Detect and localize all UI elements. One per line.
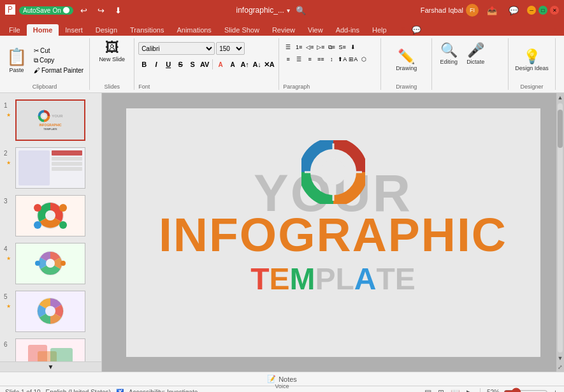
close-button[interactable]: ✕ <box>550 6 559 15</box>
customize-qat-button[interactable]: ⬇ <box>112 4 125 17</box>
align-center-button[interactable]: ☰ <box>294 54 304 64</box>
increase-indent-button[interactable]: ▷≡ <box>315 42 326 52</box>
drawing-group-title: Drawing <box>396 83 417 90</box>
drawing-button[interactable]: ✏️ Drawing <box>393 47 419 73</box>
slide-thumb-1[interactable]: 1 ★ YOUR <box>3 98 99 142</box>
cut-button[interactable]: ✂ Cut <box>32 47 85 55</box>
smart-art-button[interactable]: S≡ <box>337 42 347 52</box>
decrease-font-button[interactable]: A↓ <box>251 59 263 70</box>
new-slide-icon: 🖼 <box>105 40 119 56</box>
shadow-button[interactable]: S <box>187 59 198 70</box>
editing-button[interactable]: 🔍 Editing <box>436 41 461 67</box>
columns-button[interactable]: ⧉≡ <box>326 42 336 52</box>
tab-slideshow[interactable]: Slide Show <box>218 24 266 36</box>
undo-button[interactable]: ↩ <box>77 4 90 17</box>
copy-button[interactable]: ⧉ Copy <box>32 56 85 65</box>
notes-icon: 📝 <box>267 375 276 383</box>
highlight-button[interactable]: A <box>227 59 238 70</box>
username: Farshad Iqbal <box>421 6 463 14</box>
font-color-button[interactable]: A <box>215 59 226 70</box>
ribbon-collapse-icon[interactable]: ∧ <box>549 24 561 36</box>
design-ideas-button[interactable]: 💡 Design Ideas <box>512 47 551 73</box>
slide-img-3 <box>15 195 85 236</box>
align-left-button[interactable]: ≡ <box>283 54 293 64</box>
redo-button[interactable]: ↪ <box>94 4 108 17</box>
charspacing-button[interactable]: AV <box>199 59 210 70</box>
user-area: Farshad Iqbal FI <box>421 4 479 17</box>
vertical-scrollbar[interactable]: ▲ ▼ ⤢ <box>556 93 564 372</box>
zoom-level: 52% <box>487 389 500 392</box>
bullets-button[interactable]: ☰ <box>283 42 293 52</box>
zoom-in-button[interactable]: + <box>552 388 559 393</box>
clear-format-button[interactable]: ✕A <box>263 59 275 70</box>
slides-group-title: Slides <box>104 83 120 90</box>
tab-design[interactable]: Design <box>89 24 124 36</box>
ribbon-comments-icon[interactable]: 💬 <box>409 24 424 36</box>
para-more-button[interactable]: ⬇ <box>348 42 358 52</box>
slides-group: 🖼 New Slide Slides <box>90 38 134 90</box>
slide-sorter-button[interactable]: ⊞ <box>437 388 445 393</box>
paste-button[interactable]: 📋 Paste <box>4 46 29 75</box>
slide-thumb-3[interactable]: 3 ★ <box>3 194 99 238</box>
voice-group-title: Voice <box>275 383 289 389</box>
share-button[interactable]: 📤 <box>484 4 500 17</box>
svg-point-8 <box>46 259 55 268</box>
slide-thumb-4[interactable]: 4 ★ <box>3 242 99 286</box>
format-painter-button[interactable]: 🖌 Format Painter <box>32 66 85 75</box>
zoom-slider[interactable] <box>503 389 548 393</box>
bold-button[interactable]: B <box>138 59 150 70</box>
font-family-select[interactable]: Calibri <box>138 42 215 55</box>
accessibility-text[interactable]: Accessibility: Investigate <box>129 389 198 392</box>
line-spacing-button[interactable]: ↕ <box>326 54 336 64</box>
decrease-indent-button[interactable]: ◁≡ <box>305 42 315 52</box>
underline-button[interactable]: U <box>163 59 174 70</box>
comments-button[interactable]: 💬 <box>505 4 522 17</box>
slideshow-button[interactable]: ▶ <box>465 388 474 393</box>
tab-review[interactable]: Review <box>266 24 301 36</box>
justify-button[interactable]: ≡≡ <box>315 54 326 64</box>
slide-thumb-2[interactable]: 2 ★ <box>3 146 99 190</box>
canvas-area: YOUR <box>102 93 564 372</box>
text-box-button[interactable]: ⊞A <box>348 54 358 64</box>
star-icon-1: ★ <box>6 112 11 118</box>
tab-file[interactable]: File <box>3 24 27 36</box>
notes-label: Notes <box>278 375 297 383</box>
scroll-down-arrow[interactable]: ▼ <box>0 361 101 372</box>
scroll-up-button[interactable]: ▲ <box>556 93 564 102</box>
numbering-button[interactable]: 1≡ <box>294 42 304 52</box>
dictate-button[interactable]: 🎤 Dictate <box>463 41 488 67</box>
reading-view-button[interactable]: 📖 <box>449 388 461 393</box>
slide-panel-scroll[interactable]: 1 ★ YOUR <box>0 93 101 372</box>
tab-insert[interactable]: Insert <box>59 24 89 36</box>
tab-animations[interactable]: Animations <box>170 24 217 36</box>
italic-button[interactable]: I <box>150 59 162 70</box>
maximize-button[interactable]: □ <box>539 6 547 15</box>
autosave-toggle[interactable]: AutoSave On <box>19 6 73 15</box>
strikethrough-button[interactable]: S <box>175 59 186 70</box>
tab-home[interactable]: Home <box>27 24 59 36</box>
main-area: 1 ★ YOUR <box>0 93 564 372</box>
dropdown-arrow-icon[interactable]: ▾ <box>287 7 290 14</box>
increase-font-button[interactable]: A↑ <box>239 59 250 70</box>
align-right-button[interactable]: ≡ <box>305 54 315 64</box>
ribbon-share-icon[interactable]: ↗ <box>396 24 409 36</box>
designer-group-title: Designer <box>520 83 543 90</box>
tab-view[interactable]: View <box>301 24 329 36</box>
normal-view-button[interactable]: ▤ <box>423 388 433 393</box>
tab-help[interactable]: Help <box>366 24 393 36</box>
slide-img-2 <box>15 147 85 189</box>
clipboard-group: 📋 Paste ✂ Cut ⧉ Copy 🖌 Format Painter Cl… <box>0 38 90 90</box>
text-direction-button[interactable]: ⬆A <box>337 54 347 64</box>
search-button[interactable]: 🔍 <box>293 4 309 17</box>
template-e2: E <box>395 261 416 296</box>
slide-canvas[interactable]: YOUR <box>126 108 540 357</box>
convert-to-smartart-button[interactable]: ⬡ <box>359 54 369 64</box>
slide-thumb-5[interactable]: 5 ★ <box>3 289 99 333</box>
minimize-button[interactable]: ─ <box>527 6 536 15</box>
font-size-select[interactable]: 150 <box>216 42 245 55</box>
new-slide-button[interactable]: 🖼 New Slide <box>96 38 127 64</box>
fit-button[interactable]: ⤢ <box>556 363 564 372</box>
scroll-down-button[interactable]: ▼ <box>556 354 564 363</box>
tab-addins[interactable]: Add-ins <box>329 24 366 36</box>
tab-transitions[interactable]: Transitions <box>124 24 170 36</box>
